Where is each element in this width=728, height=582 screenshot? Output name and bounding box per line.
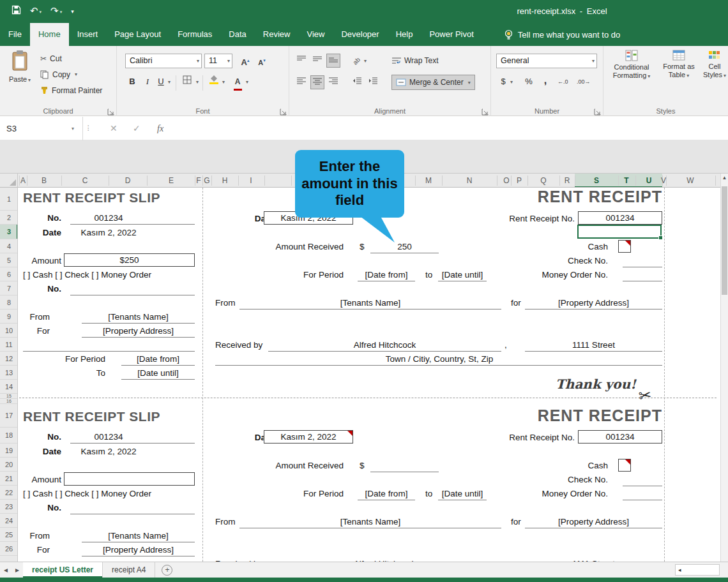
paste-button[interactable]: Paste▾ <box>5 50 34 84</box>
received-by-value[interactable]: Alfred Hitchcock <box>268 558 501 562</box>
font-color-button[interactable]: A <box>231 75 245 89</box>
number-dialog-launcher[interactable] <box>594 107 601 114</box>
slip-no-label[interactable]: No. <box>37 213 61 224</box>
row-header-1[interactable]: 1 <box>0 188 18 211</box>
column-header-P[interactable]: P <box>512 174 526 188</box>
money-order-label[interactable]: Money Order No. <box>512 269 608 281</box>
sheet-nav-right[interactable]: ▸ <box>11 562 23 578</box>
decrease-indent-button[interactable] <box>350 75 364 89</box>
receipt-no-box[interactable]: 001234 <box>578 211 662 225</box>
slip-from-label[interactable]: From <box>18 311 50 323</box>
mid-from-label[interactable]: From <box>215 297 236 309</box>
column-header-E[interactable]: E <box>164 174 178 188</box>
slip-for-label[interactable]: For <box>18 325 50 337</box>
enter-button[interactable]: ✓ <box>133 117 140 140</box>
row-header-11[interactable]: 11 <box>0 338 18 352</box>
mid-period-label[interactable]: For Period <box>248 269 344 281</box>
copy-button[interactable]: Copy▾ <box>38 66 104 82</box>
selected-cell-s3[interactable] <box>577 225 662 239</box>
column-header-Q[interactable]: Q <box>536 174 550 188</box>
column-header-I[interactable]: I <box>244 174 258 188</box>
mid-date-until-value[interactable]: [Date until] <box>438 488 487 500</box>
mid-to-word[interactable]: to <box>425 269 432 281</box>
column-header-R[interactable]: R <box>560 174 574 188</box>
format-as-table-button[interactable]: Format asTable▾ <box>660 50 698 80</box>
slip-period-label[interactable]: For Period <box>42 354 105 365</box>
column-header-S[interactable]: S <box>589 174 603 188</box>
street-value[interactable]: 1111 Street <box>525 558 662 562</box>
undo-button[interactable]: ↶▾ <box>30 0 42 24</box>
row-header-23[interactable]: 23 <box>0 500 18 514</box>
slip-date-value[interactable]: Kasım 2, 2022 <box>70 446 147 458</box>
mid-amount-received-label[interactable]: Amount Received <box>248 460 344 472</box>
increase-decimal-button[interactable]: ←.0 <box>557 75 568 88</box>
row-header-9[interactable]: 9 <box>0 310 18 324</box>
mid-amount-value[interactable] <box>370 460 439 472</box>
comma-mark[interactable]: , <box>504 558 507 562</box>
wrap-text-button[interactable]: Wrap Text <box>391 53 439 68</box>
ribbon-tab-review[interactable]: Review <box>255 23 299 46</box>
save-button[interactable] <box>11 0 21 23</box>
number-format-combo[interactable]: General▾ <box>496 54 597 68</box>
insert-function-button[interactable]: fx <box>157 117 163 140</box>
cash-checkbox[interactable] <box>618 459 631 472</box>
check-no-label[interactable]: Check No. <box>531 474 608 486</box>
italic-button[interactable]: I <box>140 75 155 89</box>
property-value[interactable]: [Property Address] <box>525 297 662 309</box>
column-header-H[interactable]: H <box>218 174 232 188</box>
row-header-13[interactable]: 13 <box>0 366 18 380</box>
row-header-15[interactable]: 15 <box>0 394 18 399</box>
row-header-16[interactable]: 16 <box>0 399 18 404</box>
mid-amount-value[interactable]: 250 <box>370 241 439 253</box>
mid-amount-received-label[interactable]: Amount Received <box>248 241 344 253</box>
slip-amount-box[interactable]: $250 <box>64 253 195 267</box>
fill-handle[interactable] <box>658 235 663 240</box>
row-header-19[interactable]: 19 <box>0 444 18 458</box>
comma-mark[interactable]: , <box>504 340 507 351</box>
slip-no-label[interactable]: No. <box>37 431 61 443</box>
ribbon-tab-file[interactable]: File <box>0 23 30 46</box>
mid-period-label[interactable]: For Period <box>248 488 344 500</box>
scroll-up-icon[interactable]: ▲ <box>721 175 728 181</box>
row-header-21[interactable]: 21 <box>0 472 18 486</box>
slip-for-value[interactable]: [Property Address] <box>82 325 195 337</box>
top-align-button[interactable] <box>294 54 308 68</box>
comma-style-button[interactable]: , <box>538 73 552 87</box>
cash-label[interactable]: Cash <box>544 241 608 253</box>
column-header-A[interactable]: A <box>18 174 30 188</box>
ribbon-tab-data[interactable]: Data <box>220 23 254 46</box>
mid-tenants-value[interactable]: [Tenants Name] <box>239 516 501 528</box>
cash-checkbox[interactable] <box>618 240 631 253</box>
check-no-label[interactable]: Check No. <box>531 255 608 267</box>
sheet-tab-receipt-us-letter[interactable]: receipt US Letter <box>23 562 103 578</box>
slip-amount-label[interactable]: Amount <box>24 255 61 267</box>
row-header-17[interactable]: 17 <box>0 404 18 428</box>
alignment-dialog-launcher[interactable] <box>482 107 489 114</box>
row-header-3[interactable]: 3 <box>0 225 18 239</box>
conditional-formatting-button[interactable]: ConditionalFormatting▾ <box>606 50 657 80</box>
column-header-D[interactable]: D <box>121 174 135 188</box>
column-header-C[interactable]: C <box>78 174 92 188</box>
ribbon-tab-page-layout[interactable]: Page Layout <box>106 23 169 46</box>
orientation-button[interactable]: ab <box>350 54 364 68</box>
clipboard-dialog-launcher[interactable] <box>107 107 114 114</box>
name-box[interactable]: S3▾ <box>0 117 83 140</box>
cut-button[interactable]: ✂Cut <box>38 50 104 66</box>
receipt-no-label[interactable]: Rent Receipt No. <box>492 432 575 444</box>
font-dialog-launcher[interactable] <box>280 107 287 114</box>
slip-title[interactable]: RENT RECEIPT SLIP <box>23 409 195 424</box>
row-header-24[interactable]: 24 <box>0 514 18 528</box>
slip-from-label[interactable]: From <box>18 530 50 542</box>
percent-style-button[interactable]: % <box>522 75 536 89</box>
ribbon-tab-help[interactable]: Help <box>388 23 421 46</box>
receipt-no-box[interactable]: 001234 <box>578 430 662 444</box>
formula-input[interactable] <box>179 117 728 140</box>
row-header-7[interactable]: 7 <box>0 281 18 295</box>
column-header-N[interactable]: N <box>462 174 476 188</box>
row-header-2[interactable]: 2 <box>0 211 18 225</box>
mid-tenants-value[interactable]: [Tenants Name] <box>239 297 501 309</box>
row-header-12[interactable]: 12 <box>0 352 18 366</box>
mid-date-from-value[interactable]: [Date from] <box>358 488 415 500</box>
align-right-button[interactable] <box>326 75 340 89</box>
slip-to-label[interactable]: To <box>73 368 105 379</box>
